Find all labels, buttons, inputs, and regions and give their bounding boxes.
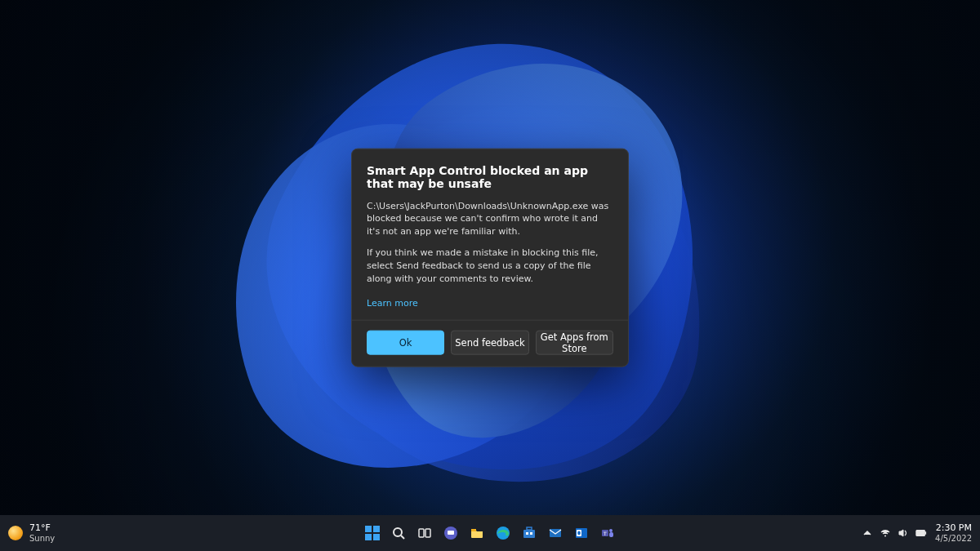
start-icon[interactable]: [362, 522, 383, 544]
task-view-icon[interactable]: [414, 522, 435, 544]
svg-point-21: [609, 529, 612, 532]
smart-app-control-dialog: Smart App Control blocked an app that ma…: [351, 148, 629, 367]
file-explorer-icon[interactable]: [466, 522, 488, 544]
svg-rect-26: [925, 531, 926, 535]
system-tray[interactable]: [862, 527, 927, 539]
battery-icon[interactable]: [915, 527, 927, 539]
dialog-title: Smart App Control blocked an app that ma…: [367, 163, 613, 189]
weather-icon: [8, 526, 23, 540]
clock-time: 2:30 PM: [935, 522, 972, 533]
taskbar-weather[interactable]: 71°F Sunny: [8, 523, 55, 542]
svg-rect-27: [917, 531, 924, 535]
svg-rect-6: [419, 529, 424, 537]
edge-icon[interactable]: [492, 522, 514, 544]
dialog-separator: [352, 320, 628, 321]
svg-rect-3: [373, 534, 380, 540]
svg-rect-12: [523, 530, 535, 538]
dialog-button-row: Ok Send feedback Get Apps from Store: [367, 331, 613, 355]
svg-text:T: T: [603, 531, 607, 536]
chevron-up-icon[interactable]: [862, 527, 873, 539]
get-apps-from-store-button[interactable]: Get Apps from Store: [536, 331, 613, 355]
dialog-body-1: C:\Users\JackPurton\Downloads\UnknownApp…: [367, 199, 613, 238]
ok-button[interactable]: Ok: [367, 331, 444, 355]
svg-rect-16: [550, 529, 561, 537]
mail-icon[interactable]: [545, 522, 566, 544]
taskbar-center: T: [362, 522, 618, 544]
weather-temp: 71°F: [29, 523, 55, 533]
taskbar-right: 2:30 PM 4/5/2022: [862, 522, 972, 543]
clock-date: 4/5/2022: [935, 534, 972, 544]
search-icon[interactable]: [388, 522, 409, 544]
svg-line-5: [401, 535, 404, 539]
svg-rect-15: [530, 532, 532, 535]
teams-icon[interactable]: T: [597, 522, 618, 544]
weather-condition: Sunny: [29, 534, 55, 543]
svg-rect-9: [448, 531, 454, 535]
svg-rect-0: [365, 526, 372, 532]
svg-rect-1: [373, 526, 380, 532]
svg-rect-2: [365, 534, 372, 540]
taskbar: 71°F Sunny T: [0, 515, 980, 551]
dialog-body-2: If you think we made a mistake in blocki…: [367, 247, 613, 286]
svg-point-4: [394, 528, 402, 536]
svg-rect-22: [609, 532, 613, 537]
svg-point-19: [577, 531, 581, 535]
svg-rect-14: [526, 532, 528, 535]
wifi-icon[interactable]: [880, 527, 891, 539]
learn-more-link[interactable]: Learn more: [367, 298, 418, 309]
store-icon[interactable]: [519, 522, 540, 544]
svg-rect-10: [471, 529, 476, 531]
chat-icon[interactable]: [440, 522, 461, 544]
svg-point-24: [884, 535, 886, 537]
taskbar-clock[interactable]: 2:30 PM 4/5/2022: [935, 522, 972, 543]
svg-rect-7: [425, 529, 430, 537]
volume-icon[interactable]: [898, 527, 909, 539]
svg-rect-13: [527, 527, 532, 530]
send-feedback-button[interactable]: Send feedback: [451, 331, 528, 355]
outlook-icon[interactable]: [571, 522, 592, 544]
